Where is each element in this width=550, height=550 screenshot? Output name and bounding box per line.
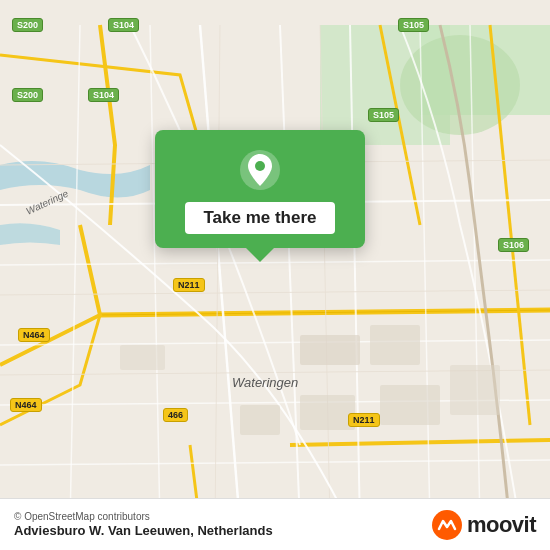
road-badge-s200-1: S200 xyxy=(12,18,43,32)
road-badge-s104-1: S104 xyxy=(108,18,139,32)
svg-text:Wateringen: Wateringen xyxy=(232,375,298,390)
moovit-logo: moovit xyxy=(431,509,536,541)
svg-point-31 xyxy=(255,161,265,171)
road-badge-s104-2: S104 xyxy=(88,88,119,102)
svg-rect-25 xyxy=(240,405,280,435)
location-pin-icon xyxy=(238,148,282,192)
map-container: Wateringen Wateringe S200 S200 S104 S104… xyxy=(0,0,550,550)
svg-rect-24 xyxy=(370,325,420,365)
road-badge-n211-1: N211 xyxy=(173,278,205,292)
footer-bar: © OpenStreetMap contributors Adviesburo … xyxy=(0,498,550,550)
popup-card: Take me there xyxy=(155,130,365,248)
road-badge-s105-1: S105 xyxy=(398,18,429,32)
svg-rect-28 xyxy=(380,385,440,425)
footer-left: © OpenStreetMap contributors Adviesburo … xyxy=(14,511,273,538)
road-badge-466: 466 xyxy=(163,408,188,422)
svg-rect-27 xyxy=(120,345,165,370)
road-badge-s105-2: S105 xyxy=(368,108,399,122)
take-me-there-button[interactable]: Take me there xyxy=(185,202,334,234)
road-badge-n464-1: N464 xyxy=(18,328,50,342)
road-badge-s106: S106 xyxy=(498,238,529,252)
road-badge-s200-2: S200 xyxy=(12,88,43,102)
svg-rect-23 xyxy=(300,335,360,365)
location-title: Adviesburo W. Van Leeuwen, Netherlands xyxy=(14,523,273,538)
road-badge-n464-2: N464 xyxy=(10,398,42,412)
moovit-icon xyxy=(431,509,463,541)
moovit-text: moovit xyxy=(467,512,536,538)
svg-rect-26 xyxy=(300,395,355,430)
svg-rect-29 xyxy=(450,365,500,415)
copyright-text: © OpenStreetMap contributors xyxy=(14,511,273,522)
road-badge-n211-2: N211 xyxy=(348,413,380,427)
map-background: Wateringen Wateringe xyxy=(0,0,550,550)
